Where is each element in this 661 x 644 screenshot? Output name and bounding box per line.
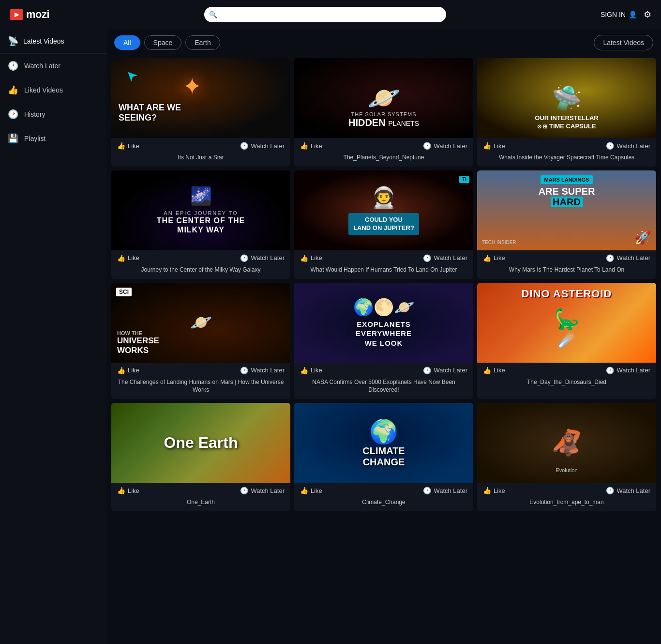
exo-text: EXOPLANETSEVERYWHEREWE LOOK bbox=[356, 320, 412, 348]
video-6-watch-later-button[interactable]: 🕐 Watch Later bbox=[606, 254, 650, 262]
header-right: SIGN IN 👤 ⚙ bbox=[601, 9, 651, 20]
filter-tab-all[interactable]: All bbox=[114, 35, 140, 50]
mars-badge-top: MARS LANDINGS bbox=[541, 175, 593, 184]
sidebar-item-playlist[interactable]: 💾 Playlist bbox=[0, 126, 106, 151]
video-thumb-12[interactable]: 🦧 Evolution bbox=[477, 403, 656, 483]
video-thumb-1[interactable]: ➤ WHAT ARE WESEEING? bbox=[111, 58, 290, 138]
video-5-watch-later-button[interactable]: 🕐 Watch Later bbox=[423, 254, 467, 262]
galaxy-icon: 🌌 bbox=[190, 186, 212, 206]
main-layout: 📡 Latest Videos 🕐 Watch Later 👍 Liked Vi… bbox=[0, 29, 661, 644]
logo[interactable]: mozi bbox=[10, 8, 49, 21]
video-5-like-label: Like bbox=[311, 254, 322, 261]
video-thumb-4[interactable]: 🌌 AN EPIC JOURNEY TO THE CENTER OF THEMI… bbox=[111, 170, 290, 250]
video-thumb-3[interactable]: 🛸 OUR INTERSTELLAR⊙ ⊞ TIME CAPSULE bbox=[477, 58, 656, 138]
video-4-watch-later-button[interactable]: 🕐 Watch Later bbox=[240, 254, 285, 262]
video-5-like-button[interactable]: 👍 Like bbox=[300, 254, 322, 262]
video-9-like-button[interactable]: 👍 Like bbox=[483, 367, 505, 374]
settings-icon[interactable]: ⚙ bbox=[644, 9, 651, 20]
like-icon-6: 👍 bbox=[483, 254, 491, 262]
video-3-watch-later-button[interactable]: 🕐 Watch Later bbox=[606, 142, 650, 150]
rocket-icon: 🚀 bbox=[634, 230, 651, 245]
clock-icon-2: 🕐 bbox=[423, 142, 431, 150]
video-card-10: One Earth 👍 Like 🕐 Watch Later One_Earth bbox=[111, 403, 290, 511]
video-1-watch-later-button[interactable]: 🕐 Watch Later bbox=[240, 142, 285, 150]
video-3-like-button[interactable]: 👍 Like bbox=[483, 142, 505, 150]
clock-icon-6: 🕐 bbox=[606, 254, 614, 262]
video-10-like-label: Like bbox=[128, 487, 139, 494]
sci-badge: SCI bbox=[116, 288, 132, 296]
satellite-icon: 🛸 bbox=[552, 84, 582, 112]
sidebar-item-liked-videos[interactable]: 👍 Liked Videos bbox=[0, 78, 106, 102]
filter-tab-space[interactable]: Space bbox=[144, 35, 182, 50]
video-10-title: One_Earth bbox=[111, 496, 290, 511]
video-9-watch-later-label: Watch Later bbox=[616, 367, 650, 374]
video-12-like-button[interactable]: 👍 Like bbox=[483, 487, 505, 494]
video-5-actions: 👍 Like 🕐 Watch Later bbox=[294, 250, 473, 264]
playlist-icon: 💾 bbox=[8, 133, 18, 144]
video-10-like-button[interactable]: 👍 Like bbox=[117, 487, 139, 494]
sidebar-item-watch-later[interactable]: 🕐 Watch Later bbox=[0, 54, 106, 78]
arrow-icon: ➤ bbox=[122, 66, 141, 86]
thumb-overlay-9: DINO ASTEROID 🦕 ☄️ bbox=[477, 283, 656, 363]
ti-badge-5: Ti bbox=[459, 176, 469, 183]
sign-in-button[interactable]: SIGN IN 👤 bbox=[601, 11, 637, 18]
sidebar-item-history[interactable]: 🕑 History bbox=[0, 102, 106, 126]
video-5-title: What Would Happen If Humans Tried To Lan… bbox=[294, 264, 473, 279]
climate-text: CLIMATECHANGE bbox=[362, 445, 405, 468]
latest-videos-button[interactable]: Latest Videos bbox=[594, 35, 653, 50]
video-5-watch-later-label: Watch Later bbox=[434, 254, 467, 261]
video-thumb-6[interactable]: MARS LANDINGS ARE SUPERHARD 🚀 TECH INSID… bbox=[477, 170, 656, 250]
video-9-title: The_Day_the_Dinosaurs_Died bbox=[477, 376, 656, 391]
video-thumb-5[interactable]: Ti 👨‍🚀 COULD YOULAND ON JUPITER? bbox=[294, 170, 473, 250]
video-3-title: Whats Inside the Voyager Spacecraft Time… bbox=[477, 152, 656, 167]
video-11-title: Climate_Change bbox=[294, 496, 473, 511]
clock-icon-12: 🕐 bbox=[606, 487, 614, 494]
video-7-actions: 👍 Like 🕐 Watch Later bbox=[111, 363, 290, 376]
video-7-like-button[interactable]: 👍 Like bbox=[117, 367, 139, 374]
video-card-5: Ti 👨‍🚀 COULD YOULAND ON JUPITER? 👍 Like bbox=[294, 170, 473, 279]
thumb-overlay-10: One Earth bbox=[111, 403, 290, 483]
video-2-actions: 👍 Like 🕐 Watch Later bbox=[294, 138, 473, 152]
video-11-watch-later-button[interactable]: 🕐 Watch Later bbox=[423, 487, 467, 494]
thumb-overlay-3: 🛸 OUR INTERSTELLAR⊙ ⊞ TIME CAPSULE bbox=[477, 58, 656, 138]
video-thumb-2[interactable]: 🪐 THE SOLAR SYSTEMS HIDDEN PLANETS bbox=[294, 58, 473, 138]
search-input[interactable] bbox=[204, 7, 446, 22]
like-icon-7: 👍 bbox=[117, 367, 125, 374]
astronaut-icon: 👨‍🚀 bbox=[371, 185, 396, 209]
video-thumb-10[interactable]: One Earth bbox=[111, 403, 290, 483]
search-icon: 🔍 bbox=[209, 11, 217, 18]
filter-bar: All Space Earth Latest Videos bbox=[111, 29, 656, 56]
video-2-text2: HIDDEN PLANETS bbox=[299, 117, 468, 128]
like-icon-4: 👍 bbox=[117, 254, 125, 262]
one-earth-text: One Earth bbox=[164, 434, 238, 452]
video-11-like-label: Like bbox=[311, 487, 322, 494]
clock-icon-3: 🕐 bbox=[606, 142, 614, 150]
video-2-like-label: Like bbox=[311, 142, 322, 150]
video-card-3: 🛸 OUR INTERSTELLAR⊙ ⊞ TIME CAPSULE 👍 Lik… bbox=[477, 58, 656, 167]
video-3-like-label: Like bbox=[494, 142, 505, 150]
video-10-watch-later-button[interactable]: 🕐 Watch Later bbox=[240, 487, 285, 494]
dino-icon: 🦕 bbox=[554, 307, 579, 331]
video-thumb-9[interactable]: DINO ASTEROID 🦕 ☄️ bbox=[477, 283, 656, 363]
video-9-watch-later-button[interactable]: 🕐 Watch Later bbox=[606, 367, 650, 374]
video-thumb-8[interactable]: 🌍🌕🪐 EXOPLANETSEVERYWHEREWE LOOK bbox=[294, 283, 473, 363]
video-2-watch-later-button[interactable]: 🕐 Watch Later bbox=[423, 142, 467, 150]
clock-icon-10: 🕐 bbox=[240, 487, 248, 494]
video-8-like-button[interactable]: 👍 Like bbox=[300, 367, 322, 374]
video-8-watch-later-button[interactable]: 🕐 Watch Later bbox=[423, 367, 467, 374]
video-card-6: MARS LANDINGS ARE SUPERHARD 🚀 TECH INSID… bbox=[477, 170, 656, 279]
video-12-watch-later-button[interactable]: 🕐 Watch Later bbox=[606, 487, 650, 494]
video-7-like-label: Like bbox=[128, 367, 139, 374]
video-thumb-7[interactable]: SCI 🪐 HOW THE UNIVERSEWORKS bbox=[111, 283, 290, 363]
video-6-like-button[interactable]: 👍 Like bbox=[483, 254, 505, 262]
video-4-like-button[interactable]: 👍 Like bbox=[117, 254, 139, 262]
video-thumb-11[interactable]: 🌍 CLIMATECHANGE bbox=[294, 403, 473, 483]
video-1-title: Its Not Just a Star bbox=[111, 152, 290, 167]
video-2-watch-later-label: Watch Later bbox=[434, 142, 467, 150]
video-1-like-button[interactable]: 👍 Like bbox=[117, 142, 139, 150]
video-2-like-button[interactable]: 👍 Like bbox=[300, 142, 322, 150]
video-12-like-label: Like bbox=[494, 487, 505, 494]
video-7-watch-later-button[interactable]: 🕐 Watch Later bbox=[240, 367, 285, 374]
filter-tab-earth[interactable]: Earth bbox=[185, 35, 220, 50]
video-11-like-button[interactable]: 👍 Like bbox=[300, 487, 322, 494]
